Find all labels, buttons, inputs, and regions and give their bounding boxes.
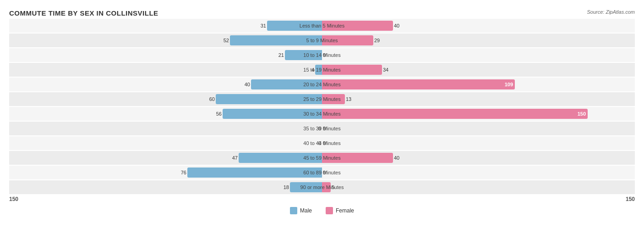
- male-value: 31: [255, 23, 266, 28]
- legend-male: Male: [290, 207, 312, 214]
- male-value: 21: [273, 52, 284, 58]
- female-bar: 150: [322, 109, 588, 119]
- female-bar: 29: [322, 35, 373, 45]
- male-bar: 56: [223, 109, 322, 119]
- table-row: 31Less than 5 Minutes40: [9, 19, 635, 33]
- table-row: 4745 to 59 Minutes40: [9, 151, 635, 165]
- male-value: 40: [239, 82, 250, 87]
- female-bar: 13: [322, 94, 345, 104]
- female-value: 40: [394, 23, 405, 28]
- table-row: 415 to 19 Minutes34: [9, 63, 635, 77]
- male-bar: 76: [187, 167, 322, 178]
- legend-male-label: Male: [300, 207, 312, 214]
- legend-female-box: [326, 207, 333, 214]
- female-value: 109: [505, 82, 513, 87]
- axis-right: 150: [626, 196, 635, 202]
- male-bar: 52: [230, 35, 322, 45]
- table-row: 2110 to 14 Minutes0: [9, 48, 635, 62]
- table-row: 040 to 44 Minutes0: [9, 136, 635, 150]
- male-value: 47: [227, 155, 238, 161]
- female-value: 0: [323, 126, 334, 131]
- legend: Male Female: [9, 207, 635, 214]
- table-row: 7660 to 89 Minutes0: [9, 166, 635, 179]
- chart-title: COMMUTE TIME BY SEX IN COLLINSVILLE: [9, 9, 635, 17]
- male-value: 52: [218, 38, 229, 43]
- table-row: 035 to 39 Minutes0: [9, 122, 635, 135]
- male-value: 76: [175, 170, 186, 175]
- female-bar: 5: [322, 182, 331, 192]
- male-value: 18: [278, 184, 289, 190]
- axis-left: 150: [9, 196, 18, 202]
- female-bar: 40: [322, 153, 393, 163]
- male-bar: 47: [239, 153, 322, 163]
- female-value: 0: [323, 170, 334, 175]
- table-row: 4020 to 24 Minutes109: [9, 78, 635, 91]
- chart-rows-wrapper: 31Less than 5 Minutes40525 to 9 Minutes2…: [9, 19, 635, 194]
- female-value: 5: [332, 184, 343, 190]
- female-value: 0: [323, 140, 334, 146]
- female-value: 29: [374, 38, 385, 43]
- female-bar: 109: [322, 79, 515, 89]
- chart-container: COMMUTE TIME BY SEX IN COLLINSVILLE Sour…: [0, 5, 644, 223]
- table-row: 5630 to 34 Minutes150: [9, 107, 635, 121]
- male-bar: 4: [315, 65, 322, 75]
- female-value: 34: [383, 67, 394, 73]
- table-row: 1890 or more Minutes5: [9, 180, 635, 194]
- chart-source: Source: ZipAtlas.com: [587, 9, 635, 15]
- male-bar: 31: [267, 21, 322, 31]
- male-bar: 21: [285, 50, 322, 60]
- table-row: 525 to 9 Minutes29: [9, 33, 635, 47]
- female-value: 13: [346, 96, 357, 102]
- legend-female: Female: [326, 207, 354, 214]
- table-row: 6025 to 29 Minutes13: [9, 92, 635, 106]
- male-bar: 40: [251, 79, 322, 89]
- female-value: 0: [323, 52, 334, 58]
- axis-labels: 150 150: [9, 196, 635, 202]
- female-bar: 34: [322, 65, 382, 75]
- male-value: 0: [310, 140, 321, 146]
- male-value: 0: [310, 126, 321, 131]
- female-bar: 40: [322, 21, 393, 31]
- male-bar: 60: [216, 94, 322, 104]
- male-value: 4: [303, 67, 314, 73]
- male-value: 60: [204, 96, 215, 102]
- legend-male-box: [290, 207, 297, 214]
- male-bar: 18: [290, 182, 322, 192]
- male-value: 56: [211, 111, 222, 117]
- legend-female-label: Female: [336, 207, 354, 214]
- female-value: 150: [578, 111, 586, 117]
- female-value: 40: [394, 155, 405, 161]
